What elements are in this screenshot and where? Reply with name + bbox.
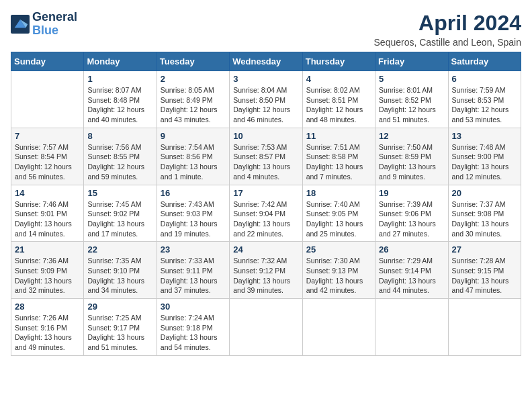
header: General Blue April 2024 Sequeros, Castil… (11, 11, 521, 48)
day-info: Sunrise: 7:45 AMSunset: 9:02 PMDaylight:… (87, 199, 152, 239)
day-info: Sunrise: 7:26 AMSunset: 9:16 PMDaylight:… (15, 313, 80, 353)
calendar-cell: 29Sunrise: 7:25 AMSunset: 9:17 PMDayligh… (84, 299, 157, 356)
day-info: Sunrise: 7:42 AMSunset: 9:04 PMDaylight:… (233, 199, 298, 239)
day-info: Sunrise: 7:50 AMSunset: 8:59 PMDaylight:… (379, 142, 444, 182)
day-info: Sunrise: 7:51 AMSunset: 8:58 PMDaylight:… (306, 142, 371, 182)
weekday-header-wednesday: Wednesday (230, 52, 302, 71)
day-info: Sunrise: 7:30 AMSunset: 9:13 PMDaylight:… (306, 256, 371, 295)
day-info: Sunrise: 8:05 AMSunset: 8:49 PMDaylight:… (161, 85, 226, 125)
week-row-5: 28Sunrise: 7:26 AMSunset: 9:16 PMDayligh… (11, 299, 521, 356)
day-number: 2 (161, 74, 226, 84)
day-info: Sunrise: 7:37 AMSunset: 9:08 PMDaylight:… (452, 199, 517, 239)
day-info: Sunrise: 7:53 AMSunset: 8:57 PMDaylight:… (233, 142, 298, 182)
week-row-1: 1Sunrise: 8:07 AMSunset: 8:48 PMDaylight… (11, 71, 521, 128)
day-number: 3 (233, 74, 298, 84)
week-row-2: 7Sunrise: 7:57 AMSunset: 8:54 PMDaylight… (11, 128, 521, 185)
day-info: Sunrise: 7:24 AMSunset: 9:18 PMDaylight:… (161, 313, 226, 353)
day-number: 27 (452, 244, 517, 255)
day-info: Sunrise: 7:29 AMSunset: 9:14 PMDaylight:… (379, 256, 444, 295)
calendar-cell: 6Sunrise: 7:59 AMSunset: 8:53 PMDaylight… (448, 71, 521, 128)
calendar-cell: 28Sunrise: 7:26 AMSunset: 9:16 PMDayligh… (11, 299, 84, 356)
day-info: Sunrise: 7:46 AMSunset: 9:01 PMDaylight:… (15, 199, 80, 239)
logo-icon (11, 15, 30, 34)
day-number: 7 (15, 131, 80, 141)
day-info: Sunrise: 8:04 AMSunset: 8:50 PMDaylight:… (233, 85, 298, 125)
day-info: Sunrise: 7:25 AMSunset: 9:17 PMDaylight:… (87, 313, 152, 353)
day-info: Sunrise: 8:01 AMSunset: 8:52 PMDaylight:… (379, 85, 444, 125)
day-number: 14 (15, 188, 80, 198)
calendar-cell: 9Sunrise: 7:54 AMSunset: 8:56 PMDaylight… (157, 128, 229, 185)
day-number: 9 (161, 131, 226, 141)
calendar-cell: 17Sunrise: 7:42 AMSunset: 9:04 PMDayligh… (230, 185, 302, 242)
day-info: Sunrise: 7:56 AMSunset: 8:55 PMDaylight:… (87, 142, 152, 182)
day-info: Sunrise: 7:35 AMSunset: 9:10 PMDaylight:… (87, 256, 152, 295)
day-info: Sunrise: 7:40 AMSunset: 9:05 PMDaylight:… (306, 199, 371, 239)
day-info: Sunrise: 7:39 AMSunset: 9:06 PMDaylight:… (379, 199, 444, 239)
day-number: 15 (87, 188, 152, 198)
week-row-4: 21Sunrise: 7:36 AMSunset: 9:09 PMDayligh… (11, 242, 521, 299)
calendar-cell: 8Sunrise: 7:56 AMSunset: 8:55 PMDaylight… (84, 128, 157, 185)
weekday-header-thursday: Thursday (302, 52, 375, 71)
day-info: Sunrise: 7:54 AMSunset: 8:56 PMDaylight:… (161, 142, 226, 182)
day-number: 16 (161, 188, 226, 198)
calendar-cell: 14Sunrise: 7:46 AMSunset: 9:01 PMDayligh… (11, 185, 84, 242)
day-info: Sunrise: 8:07 AMSunset: 8:48 PMDaylight:… (87, 85, 152, 125)
subtitle: Sequeros, Castille and Leon, Spain (374, 37, 521, 48)
day-number: 28 (15, 302, 80, 312)
day-info: Sunrise: 7:59 AMSunset: 8:53 PMDaylight:… (452, 85, 517, 125)
weekday-header-row: SundayMondayTuesdayWednesdayThursdayFrid… (11, 52, 521, 71)
day-number: 22 (87, 244, 152, 255)
day-number: 23 (161, 244, 226, 255)
logo-line1: General (32, 11, 77, 24)
day-number: 18 (306, 188, 371, 198)
day-number: 25 (306, 244, 371, 255)
weekday-header-tuesday: Tuesday (157, 52, 229, 71)
day-number: 29 (87, 302, 152, 312)
day-number: 1 (87, 74, 152, 84)
logo: General Blue (11, 11, 77, 38)
day-number: 17 (233, 188, 298, 198)
weekday-header-friday: Friday (375, 52, 448, 71)
calendar-cell: 27Sunrise: 7:28 AMSunset: 9:15 PMDayligh… (448, 242, 521, 299)
calendar-cell: 5Sunrise: 8:01 AMSunset: 8:52 PMDaylight… (375, 71, 448, 128)
calendar-cell: 12Sunrise: 7:50 AMSunset: 8:59 PMDayligh… (375, 128, 448, 185)
calendar-cell: 16Sunrise: 7:43 AMSunset: 9:03 PMDayligh… (157, 185, 229, 242)
calendar-cell: 1Sunrise: 8:07 AMSunset: 8:48 PMDaylight… (84, 71, 157, 128)
weekday-header-sunday: Sunday (11, 52, 84, 71)
calendar-cell: 15Sunrise: 7:45 AMSunset: 9:02 PMDayligh… (84, 185, 157, 242)
calendar-cell (230, 299, 302, 356)
day-number: 20 (452, 188, 517, 198)
calendar-cell (448, 299, 521, 356)
calendar-cell (302, 299, 375, 356)
weekday-header-saturday: Saturday (448, 52, 521, 71)
calendar-cell (375, 299, 448, 356)
calendar-cell: 4Sunrise: 8:02 AMSunset: 8:51 PMDaylight… (302, 71, 375, 128)
logo-line2: Blue (32, 24, 58, 37)
calendar-cell: 24Sunrise: 7:32 AMSunset: 9:12 PMDayligh… (230, 242, 302, 299)
day-number: 12 (379, 131, 444, 141)
calendar-cell: 10Sunrise: 7:53 AMSunset: 8:57 PMDayligh… (230, 128, 302, 185)
weekday-header-monday: Monday (84, 52, 157, 71)
calendar-cell: 23Sunrise: 7:33 AMSunset: 9:11 PMDayligh… (157, 242, 229, 299)
calendar-table: SundayMondayTuesdayWednesdayThursdayFrid… (11, 52, 521, 356)
day-number: 10 (233, 131, 298, 141)
day-number: 19 (379, 188, 444, 198)
calendar-cell: 30Sunrise: 7:24 AMSunset: 9:18 PMDayligh… (157, 299, 229, 356)
day-number: 5 (379, 74, 444, 84)
day-number: 4 (306, 74, 371, 84)
calendar-cell: 26Sunrise: 7:29 AMSunset: 9:14 PMDayligh… (375, 242, 448, 299)
day-number: 26 (379, 244, 444, 255)
title-area: April 2024 Sequeros, Castille and Leon, … (374, 11, 521, 48)
day-info: Sunrise: 7:28 AMSunset: 9:15 PMDaylight:… (452, 256, 517, 295)
day-number: 6 (452, 74, 517, 84)
day-info: Sunrise: 7:33 AMSunset: 9:11 PMDaylight:… (161, 256, 226, 295)
calendar-cell: 3Sunrise: 8:04 AMSunset: 8:50 PMDaylight… (230, 71, 302, 128)
day-number: 13 (452, 131, 517, 141)
day-number: 24 (233, 244, 298, 255)
day-number: 11 (306, 131, 371, 141)
calendar-cell: 20Sunrise: 7:37 AMSunset: 9:08 PMDayligh… (448, 185, 521, 242)
day-number: 30 (161, 302, 226, 312)
day-number: 8 (87, 131, 152, 141)
calendar-cell: 2Sunrise: 8:05 AMSunset: 8:49 PMDaylight… (157, 71, 229, 128)
day-info: Sunrise: 7:32 AMSunset: 9:12 PMDaylight:… (233, 256, 298, 295)
